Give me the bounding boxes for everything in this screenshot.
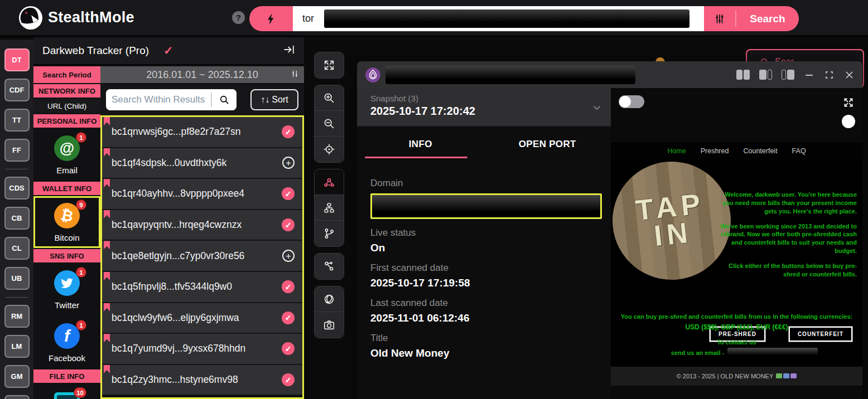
bitcoin-address-row[interactable]: bc1q5fnpvlj8...tfv5344lq9w0✓ [102, 272, 302, 303]
toolbar-camera-button[interactable] [315, 312, 344, 338]
sort-button[interactable]: ↑↓ Sort [250, 89, 298, 110]
sidebar-item-cds[interactable]: CDS [4, 177, 30, 199]
sidebar-item-cdf[interactable]: CDF [4, 79, 30, 101]
selected-check-icon[interactable]: ✓ [282, 342, 295, 355]
magnifier-icon [219, 94, 230, 105]
bitcoin-address-text: bc1q7yumd9vj...9yxsx678hhdn [112, 343, 245, 354]
category-item-image[interactable]: 10Image [33, 384, 100, 399]
site-below-area [611, 386, 862, 399]
quick-search-toggle[interactable] [249, 6, 293, 31]
search-filter-button[interactable] [704, 6, 735, 31]
domain-redaction-box [370, 193, 602, 219]
search-within-results-input[interactable] [106, 89, 211, 110]
category-item-label: Bitcoin [54, 233, 79, 242]
toolbar-group [314, 169, 344, 247]
graph-toolbar [314, 52, 344, 338]
toolbar-zoom-in-button[interactable] [315, 85, 344, 111]
toolbar-org-chart-button[interactable] [315, 195, 344, 221]
toolbar-zoom-out-button[interactable] [315, 111, 344, 137]
split-view-left-icon[interactable] [759, 70, 772, 80]
site-nav-counterfeit[interactable]: Counterfeit [743, 147, 777, 155]
selected-check-icon[interactable]: ✓ [282, 218, 295, 231]
photo-word-2: IN [653, 218, 693, 250]
sidebar-item-da[interactable]: DA [4, 395, 30, 399]
pound-banknote-icon [790, 373, 797, 378]
tab-info[interactable]: INFO [357, 127, 484, 162]
site-nav-preshred[interactable]: Preshred [701, 147, 729, 155]
email-icon-wrap: @1 [54, 135, 80, 161]
sidebar-item-cb[interactable]: CB [4, 207, 30, 230]
add-to-graph-icon[interactable]: + [282, 157, 295, 169]
bookmark-icon [104, 303, 110, 312]
toolbar-expand-button[interactable] [315, 52, 344, 78]
bitcoin-address-row[interactable]: bc1q7yumd9vj...9yxsx678hhdn✓ [102, 334, 302, 365]
selected-check-icon[interactable]: ✓ [282, 187, 295, 200]
sidebar-item-rm[interactable]: RM [4, 305, 30, 328]
preview-indicator-dot[interactable] [842, 115, 855, 128]
category-item-email[interactable]: @1Email [33, 129, 100, 181]
add-to-graph-icon[interactable]: + [282, 250, 295, 262]
selected-check-icon[interactable]: ✓ [282, 312, 295, 324]
category-item-urlchild[interactable]: URL (Child) [33, 99, 100, 113]
bitcoin-address-row[interactable]: bc1qr40ayhhv...8vpppp0pxee4✓ [102, 179, 302, 210]
preview-toggle[interactable] [619, 95, 644, 108]
bitcoin-address-row[interactable]: bc1qnvwsj6gc...pf8e2r7a27sn✓ [102, 117, 302, 148]
category-item-facebook[interactable]: f1Facebook [33, 317, 100, 368]
field-label: Last scanned date [370, 298, 597, 309]
toolbar-network-graph-button[interactable] [315, 169, 344, 195]
toolbar-git-branch-button[interactable] [315, 221, 344, 246]
search-button[interactable]: Search [736, 6, 799, 31]
category-item-bitcoin[interactable]: ₿9Bitcoin [33, 196, 100, 248]
bitcoin-address-row[interactable]: bc1qe8etlgyjn...c7yp0vr30re56+ [102, 241, 302, 272]
snapshot-selector[interactable]: Snapshot (3) 2025-10-17 17:20:42 [357, 88, 611, 127]
sidebar-item-dt[interactable]: DT [4, 48, 30, 71]
date-range-value: 2016.01.01 ~ 2025.12.10 [146, 69, 258, 81]
email-redaction-bar [727, 348, 818, 357]
sidebar-item-ff[interactable]: FF [4, 139, 30, 162]
site-preview-pane: HomePreshredCounterfeitFAQ TAP IN Welcom… [611, 88, 862, 399]
close-icon[interactable] [844, 70, 855, 80]
selected-check-icon[interactable]: ✓ [282, 280, 295, 293]
category-item-label: Twitter [55, 300, 79, 310]
site-nav-faq[interactable]: FAQ [792, 147, 806, 155]
selected-check-icon[interactable]: ✓ [282, 125, 295, 138]
twitter-icon-wrap: 1 [54, 270, 80, 296]
bitcoin-address-row[interactable]: bc1q2zy3hmc...hstyne6mv98✓ [102, 365, 302, 396]
date-settings-icon[interactable] [290, 69, 300, 81]
minimize-icon[interactable] [804, 70, 814, 80]
sort-arrows-icon: ↑↓ [261, 95, 269, 105]
bitcoin-address-list: bc1qnvwsj6gc...pf8e2r7a27sn✓bc1qf4sdpsk.… [100, 115, 304, 399]
image-icon-inner [57, 395, 77, 399]
bitcoin-address-text: bc1qr40ayhhv...8vpppp0pxee4 [112, 188, 244, 199]
sidebar-item-lm[interactable]: LM [4, 335, 30, 358]
stealthmole-app: StealthMole ? tor Search DTCDFTTFFCDSCBC… [0, 0, 868, 399]
selected-check-icon[interactable]: ✓ [282, 373, 295, 386]
collapse-panel-icon[interactable] [283, 43, 295, 58]
split-view-right-icon[interactable] [782, 70, 794, 80]
sidebar-item-tt[interactable]: TT [4, 109, 30, 132]
sidebar-item-ub[interactable]: UB [4, 267, 30, 290]
toolbar-globe-button[interactable] [315, 286, 344, 312]
bookmark-icon [104, 365, 110, 373]
expand-icon [323, 59, 335, 71]
split-view-equal-icon[interactable] [736, 70, 750, 80]
sidebar-item-gm[interactable]: GM [4, 365, 30, 388]
site-nav-home[interactable]: Home [667, 147, 686, 155]
bitcoin-address-row[interactable]: bc1qf4sdpsk...0uvdthxty6k+ [102, 148, 302, 179]
toolbar-link-nodes-button[interactable] [315, 254, 344, 279]
tab-open-port[interactable]: OPEN PORT [484, 127, 611, 162]
bitcoin-address-row[interactable]: bc1qclw9yfw6...eljpy6gxjmwa✓ [102, 303, 302, 334]
brand: StealthMole [19, 6, 134, 30]
search-within-results-button[interactable] [212, 89, 237, 110]
search-input[interactable]: tor [293, 6, 704, 31]
globe-icon [323, 293, 335, 305]
expand-preview-icon[interactable] [843, 97, 854, 110]
category-item-twitter[interactable]: 1Twitter [33, 264, 100, 315]
date-range-picker[interactable]: 2016.01.01 ~ 2025.12.10 [100, 66, 304, 83]
help-icon[interactable]: ? [232, 11, 245, 24]
toolbar-center-target-button[interactable] [315, 137, 344, 162]
sidebar-item-cl[interactable]: CL [4, 237, 30, 260]
bitcoin-address-row[interactable]: bc1qavpyqntv...hrqeg4cwznzx✓ [102, 210, 302, 241]
main-search-bar: tor Search [249, 6, 799, 31]
fullscreen-icon[interactable] [824, 70, 835, 80]
